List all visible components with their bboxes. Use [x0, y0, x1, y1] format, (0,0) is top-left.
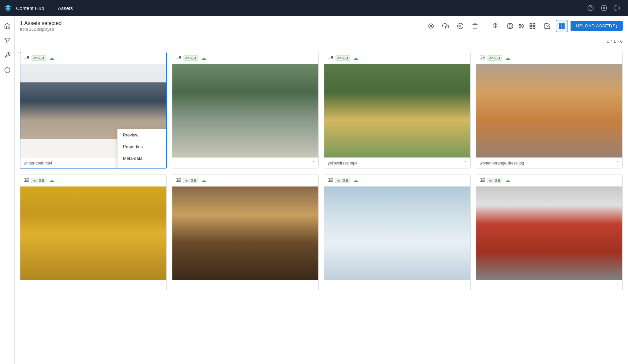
- locale-badge-3: en-GB: [335, 55, 350, 61]
- upload-icon[interactable]: [440, 20, 452, 32]
- card-header-2: en-GB ☁: [172, 52, 318, 64]
- asset-image-8: [476, 187, 622, 280]
- asset-card-4[interactable]: en-GB ☁ woman-orange-dress.jpg ˅: [476, 52, 623, 169]
- asset-card-8[interactable]: en-GB ☁ ˅: [476, 174, 623, 291]
- svg-rect-18: [560, 23, 562, 25]
- logout-icon[interactable]: [612, 3, 623, 13]
- toolbar-actions: 50 UPLOAD ASSET(S): [425, 20, 623, 32]
- card-header-8: en-GB ☁: [476, 174, 622, 187]
- locale-badge-7: en-GB: [335, 178, 350, 183]
- asset-card-1[interactable]: en-GB ☁ winter-coat.mp4 ˅ Preview: [20, 52, 167, 169]
- card-footer-6: ˅: [172, 280, 318, 291]
- svg-rect-15: [533, 23, 535, 25]
- menu-item-properties[interactable]: Properties: [118, 141, 167, 152]
- card-chevron-8[interactable]: ˅: [617, 283, 619, 288]
- card-chevron-3[interactable]: ˅: [465, 160, 467, 166]
- next-page-arrow[interactable]: ›: [617, 38, 619, 44]
- items-per-page[interactable]: 50: [519, 23, 524, 29]
- sidebar-item-tools[interactable]: [1, 49, 13, 61]
- svg-rect-28: [480, 56, 485, 59]
- photo-type-icon-4: [480, 55, 485, 61]
- cloud-icon-5: ☁: [49, 177, 54, 184]
- preview-icon[interactable]: [425, 20, 437, 32]
- svg-rect-30: [24, 178, 29, 181]
- card-header-3: en-GB ☁: [324, 52, 470, 64]
- sidebar-item-home[interactable]: [1, 20, 13, 32]
- asset-card-7[interactable]: en-GB ☁ ˅: [324, 174, 471, 291]
- cloud-icon-4: ☁: [505, 55, 510, 61]
- toolbar-divider: [485, 21, 485, 31]
- overlay-top: [20, 64, 166, 82]
- svg-marker-25: [179, 56, 181, 59]
- svg-rect-26: [328, 56, 331, 59]
- menu-label-preview: Preview: [123, 132, 138, 137]
- svg-point-33: [177, 179, 178, 180]
- card-chevron-2[interactable]: ˅: [313, 160, 315, 166]
- card-footer-5: ˅: [20, 280, 166, 291]
- check-view-icon[interactable]: [541, 20, 553, 32]
- sort-icon[interactable]: [489, 20, 501, 32]
- asset-image-7: [324, 187, 470, 280]
- asset-image-5: [20, 187, 166, 280]
- svg-marker-23: [27, 56, 29, 59]
- asset-card-5[interactable]: en-GB ☁ ˅: [20, 174, 167, 291]
- photo-type-icon-7: [328, 177, 333, 184]
- context-menu: Preview Properties Meta-data Publish Unp…: [117, 129, 167, 169]
- card-footer-7: ˅: [324, 280, 470, 291]
- card-header-6: en-GB ☁: [172, 174, 318, 187]
- main-content: 1 Assets selected from 262 displayed: [15, 16, 628, 364]
- locale-badge-1: en-GB: [31, 55, 46, 61]
- cancel-icon[interactable]: [454, 20, 466, 32]
- section-name: Assets: [51, 5, 80, 11]
- asset-grid: en-GB ☁ winter-coat.mp4 ˅ Preview: [15, 46, 628, 297]
- selected-count: 1 Assets selected: [20, 20, 421, 26]
- asset-image-6: [172, 187, 318, 280]
- menu-label-metadata: Meta-data: [123, 156, 143, 161]
- help-icon[interactable]: [585, 3, 596, 13]
- asset-card-6[interactable]: en-GB ☁ ˅: [172, 174, 319, 291]
- selection-info: 1 Assets selected from 262 displayed: [20, 20, 421, 32]
- svg-point-35: [329, 179, 330, 180]
- card-chevron-7[interactable]: ˅: [465, 283, 467, 288]
- asset-card-2[interactable]: en-GB ☁ ˅: [172, 52, 319, 169]
- active-view-icon[interactable]: [556, 20, 568, 32]
- svg-rect-16: [530, 26, 532, 28]
- menu-item-publish[interactable]: Publish: [118, 164, 167, 169]
- grid-view-icon[interactable]: [526, 20, 538, 32]
- settings-icon[interactable]: [599, 3, 609, 13]
- svg-marker-4: [4, 38, 10, 43]
- asset-card-3[interactable]: en-GB ☁ yellowdress.mp4 ˅: [324, 52, 471, 169]
- toolbar: 1 Assets selected from 262 displayed: [15, 16, 628, 36]
- cloud-icon-8: ☁: [505, 177, 510, 184]
- page-number-1[interactable]: 1: [607, 39, 609, 44]
- menu-item-metadata[interactable]: Meta-data: [118, 152, 167, 164]
- page-separator: 1: [613, 39, 616, 44]
- top-navigation: Content Hub Assets: [0, 0, 628, 16]
- sidebar-item-filter[interactable]: [1, 35, 13, 47]
- video-type-icon-2: [176, 55, 181, 61]
- delete-icon[interactable]: [469, 20, 481, 32]
- menu-item-preview[interactable]: Preview: [118, 129, 167, 141]
- card-chevron-5[interactable]: ˅: [161, 283, 163, 288]
- brand-name: Content Hub: [16, 5, 51, 11]
- svg-point-5: [430, 25, 432, 27]
- upload-assets-button[interactable]: UPLOAD ASSET(S): [571, 21, 623, 31]
- filename-4: woman-orange-dress.jpg: [480, 161, 524, 165]
- video-type-icon-1: [24, 55, 29, 61]
- prev-page-arrow[interactable]: ‹: [610, 38, 612, 44]
- cloud-icon-3: ☁: [353, 55, 358, 61]
- svg-rect-32: [176, 178, 181, 181]
- cloud-icon-1: ☁: [49, 55, 54, 61]
- svg-rect-21: [563, 26, 565, 28]
- app-logo[interactable]: [0, 0, 16, 16]
- locale-badge-5: en-GB: [31, 178, 46, 183]
- card-header-7: en-GB ☁: [324, 174, 470, 187]
- locale-badge-8: en-GB: [487, 178, 502, 183]
- card-chevron-4[interactable]: ˅: [617, 160, 619, 166]
- card-chevron-6[interactable]: ˅: [313, 283, 315, 288]
- sidebar-item-box[interactable]: [1, 64, 13, 76]
- video-type-icon-3: [328, 55, 333, 61]
- globe-icon[interactable]: [504, 20, 516, 32]
- filename-1: winter-coat.mp4: [24, 161, 52, 165]
- asset-image-4: [476, 64, 622, 157]
